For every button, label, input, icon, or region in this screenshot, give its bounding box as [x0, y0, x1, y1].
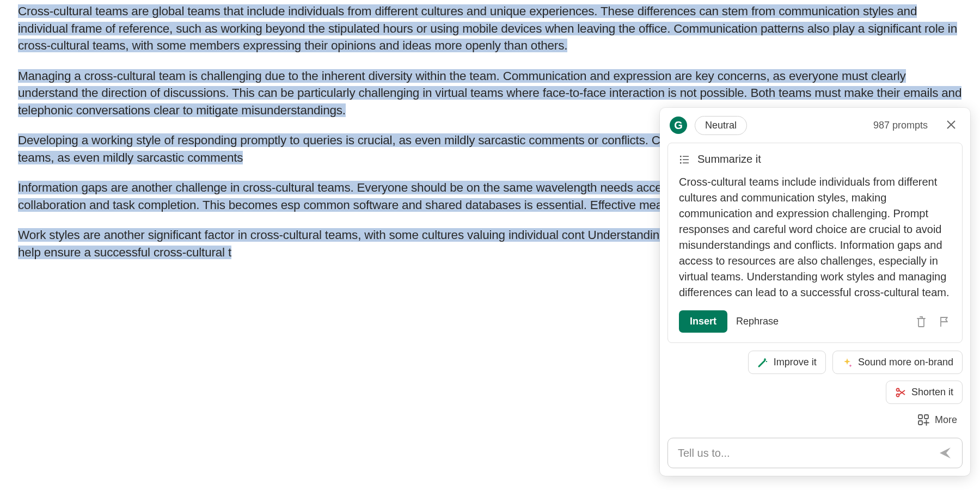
assistant-panel: G Neutral 987 prompts Summarize it Cross… [660, 108, 970, 476]
improve-it-chip[interactable]: Improve it [748, 351, 826, 374]
svg-rect-8 [918, 415, 922, 419]
more-button[interactable]: More [912, 411, 963, 429]
shorten-it-chip[interactable]: Shorten it [886, 381, 963, 404]
chip-label: Shorten it [911, 387, 953, 398]
flag-icon[interactable] [937, 315, 951, 329]
svg-rect-5 [683, 162, 689, 163]
scissors-icon [895, 387, 906, 398]
document-paragraph[interactable]: Cross-cultural teams are global teams th… [18, 4, 957, 52]
sound-on-brand-chip[interactable]: Sound more on-brand [832, 351, 963, 374]
insert-button[interactable]: Insert [679, 310, 727, 333]
more-row: More [660, 411, 970, 438]
trash-icon[interactable] [914, 315, 928, 329]
svg-rect-2 [680, 159, 682, 161]
svg-rect-4 [680, 162, 682, 164]
svg-rect-10 [918, 421, 922, 425]
tone-selector[interactable]: Neutral [695, 116, 747, 135]
list-icon [679, 154, 690, 165]
more-label: More [935, 414, 957, 426]
send-icon[interactable] [938, 446, 952, 460]
summary-text: Cross-cultural teams include individuals… [679, 174, 951, 301]
sparkle-icon [842, 357, 853, 368]
panel-header: G Neutral 987 prompts [660, 108, 970, 143]
prompt-input-row [667, 438, 963, 468]
grammarly-logo-icon: G [670, 117, 687, 134]
svg-rect-3 [683, 159, 689, 160]
suggestion-chips-row: Improve it Sound more on-brand Shorten i… [660, 351, 970, 411]
summarize-title: Summarize it [697, 153, 761, 166]
prompts-count-label: 987 prompts [873, 120, 928, 131]
rephrase-button[interactable]: Rephrase [736, 316, 779, 327]
summarize-header: Summarize it [679, 153, 951, 166]
svg-rect-0 [680, 156, 682, 157]
chip-label: Improve it [774, 357, 817, 368]
svg-rect-1 [683, 156, 689, 157]
grid-plus-icon [917, 414, 929, 426]
wand-icon [757, 357, 768, 368]
close-icon[interactable] [942, 115, 960, 135]
panel-body: Summarize it Cross-cultural teams includ… [667, 143, 963, 343]
chip-label: Sound more on-brand [858, 357, 953, 368]
prompt-input[interactable] [678, 447, 938, 460]
action-row: Insert Rephrase [679, 310, 951, 333]
svg-rect-9 [924, 415, 928, 419]
